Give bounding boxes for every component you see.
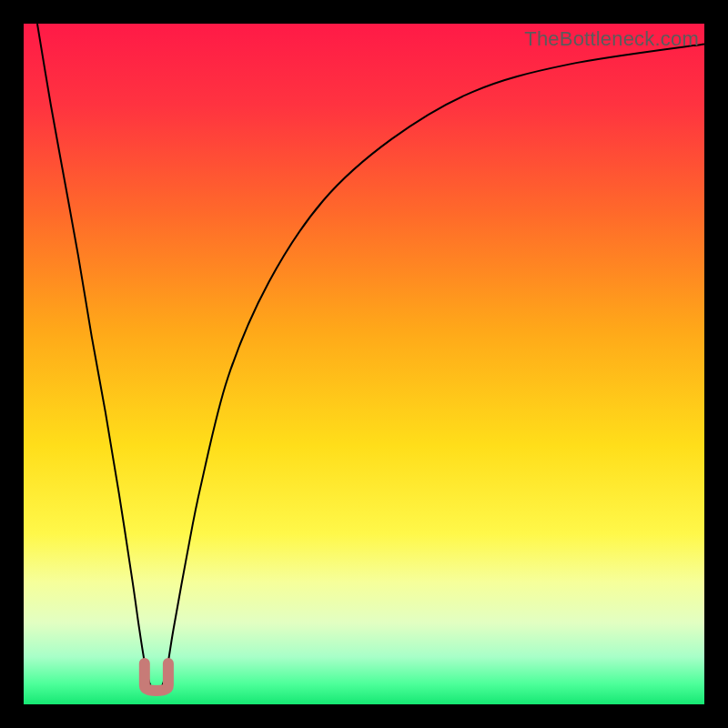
chart-svg — [24, 24, 704, 704]
watermark-text: TheBottleneck.com — [524, 27, 699, 51]
chart-frame: TheBottleneck.com — [0, 0, 728, 728]
plot-area: TheBottleneck.com — [24, 24, 704, 704]
gradient-background — [24, 24, 704, 704]
